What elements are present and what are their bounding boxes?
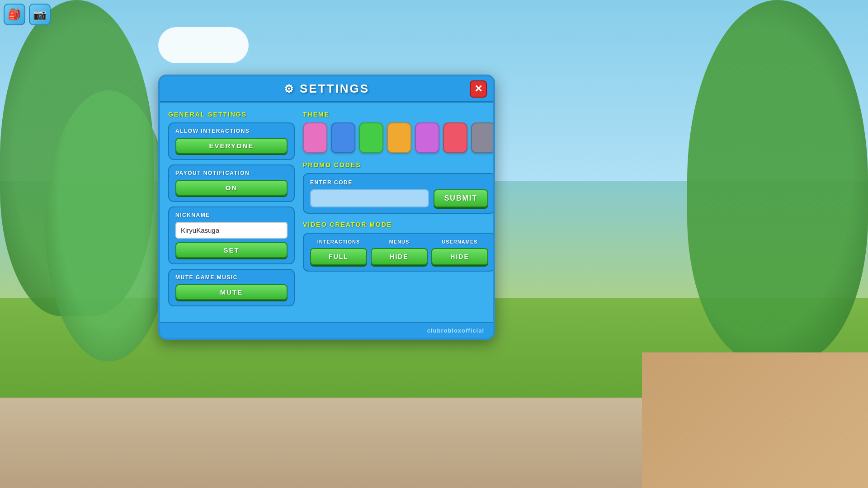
nickname-input[interactable] <box>175 222 288 239</box>
mute-game-music-block: MUTE GAME MUSIC MUTE <box>168 269 295 306</box>
vcm-usernames-button[interactable]: HIDE <box>431 248 488 265</box>
mute-game-music-label: MUTE GAME MUSIC <box>175 274 288 281</box>
vcm-usernames-header: USERNAMES <box>431 239 488 244</box>
right-column: THEME PROMO CODES ENTER CODE SUB <box>303 111 495 311</box>
tree-right <box>687 0 868 361</box>
theme-swatch-pink[interactable] <box>303 122 327 153</box>
nickname-block: NICKNAME SET <box>168 206 295 264</box>
allow-interactions-block: ALLOW INTERACTIONS EVERYONE <box>168 122 295 160</box>
nickname-label: NICKNAME <box>175 212 288 218</box>
theme-swatches-row <box>303 122 495 153</box>
theme-swatch-blue[interactable] <box>331 122 355 153</box>
mute-game-music-button[interactable]: MUTE <box>175 284 288 300</box>
vcm-label: VIDEO CREATOR MODE <box>303 221 495 228</box>
settings-body: GENERAL SETTINGS ALLOW INTERACTIONS EVER… <box>160 103 493 322</box>
vcm-interactions-header: INTERACTIONS <box>310 239 367 244</box>
settings-title-text: SETTINGS <box>300 82 369 96</box>
vcm-headers: INTERACTIONS MENUS USERNAMES <box>310 239 488 244</box>
cloud-1 <box>158 27 249 63</box>
payout-notification-button[interactable]: ON <box>175 180 288 196</box>
left-column: GENERAL SETTINGS ALLOW INTERACTIONS EVER… <box>168 111 295 311</box>
theme-swatch-green[interactable] <box>359 122 383 153</box>
settings-modal: ⚙ SETTINGS ✕ GENERAL SETTINGS ALLOW INTE… <box>158 75 495 340</box>
vcm-menus-header: MENUS <box>371 239 428 244</box>
tree-left-2 <box>45 90 172 361</box>
theme-label: THEME <box>303 111 495 118</box>
road-right <box>642 352 868 488</box>
close-button[interactable]: ✕ <box>470 80 487 98</box>
vcm-buttons: FULL HIDE HIDE <box>310 248 488 265</box>
allow-interactions-button[interactable]: EVERYONE <box>175 138 288 154</box>
general-settings-label: GENERAL SETTINGS <box>168 111 295 118</box>
settings-footer: clubrobloxofficial <box>160 322 493 338</box>
promo-codes-box: ENTER CODE SUBMIT <box>303 173 495 214</box>
promo-codes-label: PROMO CODES <box>303 161 495 169</box>
nickname-set-button[interactable]: SET <box>175 242 288 258</box>
theme-swatch-gray[interactable] <box>471 122 495 153</box>
vcm-box: INTERACTIONS MENUS USERNAMES FULL HIDE H… <box>303 233 495 272</box>
top-icon-bar: 🎒 📷 <box>4 4 51 25</box>
vcm-menus-button[interactable]: HIDE <box>371 248 428 265</box>
enter-code-label: ENTER CODE <box>310 179 488 186</box>
submit-button[interactable]: SUBMIT <box>434 189 488 207</box>
promo-code-input[interactable] <box>310 189 429 207</box>
theme-swatch-purple[interactable] <box>415 122 439 153</box>
promo-input-row: SUBMIT <box>310 189 488 207</box>
vcm-interactions-button[interactable]: FULL <box>310 248 367 265</box>
theme-swatch-red[interactable] <box>443 122 467 153</box>
footer-credit: clubrobloxofficial <box>427 327 484 334</box>
inventory-button[interactable]: 🎒 <box>4 4 25 25</box>
theme-swatch-orange[interactable] <box>387 122 411 153</box>
payout-notification-block: PAYOUT NOTIFICATION ON <box>168 164 295 202</box>
settings-panel: ⚙ SETTINGS ✕ GENERAL SETTINGS ALLOW INTE… <box>158 75 495 340</box>
payout-notification-label: PAYOUT NOTIFICATION <box>175 170 288 176</box>
camera-button[interactable]: 📷 <box>29 4 51 25</box>
gear-icon: ⚙ <box>284 83 295 95</box>
settings-header: ⚙ SETTINGS ✕ <box>160 76 493 103</box>
allow-interactions-label: ALLOW INTERACTIONS <box>175 128 288 134</box>
settings-title: ⚙ SETTINGS <box>284 82 369 96</box>
